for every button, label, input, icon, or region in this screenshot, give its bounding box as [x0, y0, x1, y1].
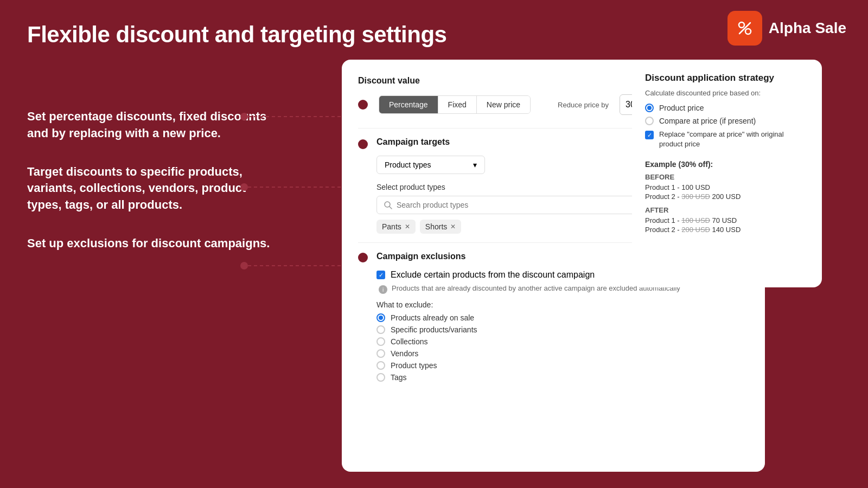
tab-fixed[interactable]: Fixed [438, 96, 477, 113]
exclusion-radio-4[interactable] [376, 361, 385, 370]
tag-pants-label: Pants [382, 222, 401, 231]
left-bullet-2: Target discounts to specific products, v… [27, 164, 277, 214]
product-type-dropdown[interactable]: Product types ▾ [376, 156, 485, 174]
exclusion-option-2: Collections [376, 337, 749, 346]
dot-indicator-2 [358, 139, 368, 149]
exclusion-radio-3[interactable] [376, 349, 385, 358]
strategy-option-2: Compare at price (if present) [645, 117, 809, 125]
reduce-price-label: Reduce price by [558, 101, 609, 109]
example-section: Example (30% off): BEFORE Product 1 - 10… [645, 160, 809, 234]
after-product-2: Product 2 - 200 USD 140 USD [645, 226, 809, 234]
before-product-2: Product 2 - 300 USD 200 USD [645, 192, 809, 201]
exclusion-option-0: Products already on sale [376, 313, 749, 322]
tag-pants: Pants ✕ [376, 220, 416, 234]
page-title: Flexible discount and targeting settings [27, 22, 446, 48]
exclusion-option-label-0: Products already on sale [391, 313, 474, 322]
select-product-types-label: Select product types [376, 183, 445, 191]
replace-compare-checkbox[interactable] [645, 131, 654, 139]
exclusion-radio-2[interactable] [376, 337, 385, 346]
strategy-option-1: Product price [645, 104, 809, 112]
replace-compare-checkbox-row: Replace "compare at price" with original… [645, 130, 809, 149]
left-panel: Set percentage discounts, fixed discount… [27, 108, 277, 274]
left-bullet-1: Set percentage discounts, fixed discount… [27, 108, 277, 142]
strategy-title: Discount application strategy [645, 73, 809, 84]
main-exclusion-label: Exclude certain products from the discou… [391, 270, 595, 280]
dot-indicator-3 [358, 253, 368, 262]
strategy-radio-1-inner [647, 106, 652, 110]
tag-shorts: Shorts ✕ [420, 220, 461, 234]
exclusion-option-4: Product types [376, 361, 749, 370]
what-to-exclude-label: What to exclude: [376, 300, 749, 309]
svg-line-10 [390, 207, 392, 209]
exclusion-radio-1[interactable] [376, 325, 385, 334]
tab-new-price[interactable]: New price [477, 96, 530, 113]
app-logo-icon [727, 11, 762, 46]
main-exclusion-checkbox[interactable] [376, 271, 385, 279]
svg-point-2 [745, 29, 751, 34]
left-bullet-3: Set up exclusions for discount campaigns… [27, 235, 277, 252]
dot-indicator-1 [358, 100, 368, 110]
exclusion-option-label-5: Tags [391, 373, 407, 382]
tag-shorts-close[interactable]: ✕ [450, 223, 456, 230]
replace-compare-label: Replace "compare at price" with original… [659, 130, 809, 149]
before-p2-strike: 300 USD [681, 192, 710, 201]
calculate-label: Calculate discounted price based on: [645, 89, 809, 97]
discount-tab-group: Percentage Fixed New price [379, 95, 531, 114]
after-p1-strike: 100 USD [681, 216, 710, 224]
after-p2-strike: 200 USD [681, 226, 710, 234]
dropdown-value: Product types [385, 160, 431, 169]
exclusion-option-label-2: Collections [391, 337, 427, 346]
exclusion-option-label-3: Vendors [391, 349, 418, 358]
after-product-1: Product 1 - 100 USD 70 USD [645, 216, 809, 224]
before-label: BEFORE [645, 173, 809, 181]
right-panel: Discount application strategy Calculate … [632, 60, 822, 287]
strategy-radio-2[interactable] [645, 117, 654, 125]
exclusion-option-5: Tags [376, 373, 749, 382]
after-label: AFTER [645, 206, 809, 214]
chevron-down-icon: ▾ [473, 160, 477, 169]
exclusion-options: Products already on saleSpecific product… [376, 313, 749, 382]
tag-shorts-label: Shorts [425, 222, 447, 231]
svg-point-0 [739, 22, 744, 28]
exclusion-option-3: Vendors [376, 349, 749, 358]
strategy-radio-1[interactable] [645, 104, 654, 112]
search-icon [384, 201, 392, 209]
exclusion-radio-5[interactable] [376, 373, 385, 382]
exclusion-option-label-4: Product types [391, 361, 437, 370]
example-title: Example (30% off): [645, 160, 809, 169]
tab-percentage[interactable]: Percentage [379, 96, 438, 113]
exclusion-option-label-1: Specific products/variants [391, 325, 477, 334]
exclusion-option-1: Specific products/variants [376, 325, 749, 334]
app-name: Alpha Sale [769, 20, 846, 37]
tag-pants-close[interactable]: ✕ [405, 223, 410, 230]
strategy-option-2-label: Compare at price (if present) [659, 117, 756, 125]
app-logo: Alpha Sale [727, 11, 846, 46]
before-product-1: Product 1 - 100 USD [645, 183, 809, 191]
strategy-option-1-label: Product price [659, 104, 704, 112]
info-icon: i [379, 285, 387, 294]
exclusion-radio-0[interactable] [376, 313, 385, 322]
exclusion-radio-0-inner [379, 316, 383, 320]
